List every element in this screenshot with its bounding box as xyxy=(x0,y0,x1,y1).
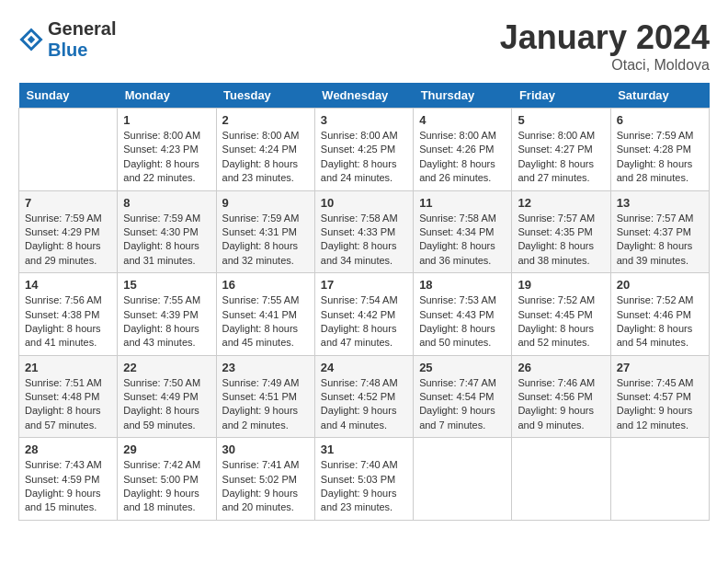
day-number: 28 xyxy=(25,442,111,456)
calendar-cell: 13Sunrise: 7:57 AM Sunset: 4:37 PM Dayli… xyxy=(610,190,709,273)
calendar-cell: 30Sunrise: 7:41 AM Sunset: 5:02 PM Dayli… xyxy=(216,438,314,521)
day-number: 15 xyxy=(123,278,210,292)
calendar-cell: 21Sunrise: 7:51 AM Sunset: 4:48 PM Dayli… xyxy=(19,355,118,438)
page-header: General Blue January 2024 Otaci, Moldova xyxy=(18,18,710,74)
calendar-cell: 22Sunrise: 7:50 AM Sunset: 4:49 PM Dayli… xyxy=(118,355,216,438)
calendar-cell: 10Sunrise: 7:58 AM Sunset: 4:33 PM Dayli… xyxy=(314,190,413,273)
cell-info: Sunrise: 7:51 AM Sunset: 4:48 PM Dayligh… xyxy=(25,376,111,433)
cell-info: Sunrise: 7:52 AM Sunset: 4:45 PM Dayligh… xyxy=(518,293,604,350)
cell-info: Sunrise: 7:58 AM Sunset: 4:34 PM Dayligh… xyxy=(419,212,506,269)
week-row-2: 14Sunrise: 7:56 AM Sunset: 4:38 PM Dayli… xyxy=(19,273,710,356)
day-number: 13 xyxy=(617,196,703,210)
day-number: 16 xyxy=(222,278,309,292)
cell-info: Sunrise: 7:57 AM Sunset: 4:37 PM Dayligh… xyxy=(617,212,703,269)
cell-info: Sunrise: 7:58 AM Sunset: 4:33 PM Dayligh… xyxy=(321,212,407,269)
day-number: 25 xyxy=(419,361,506,374)
header-wednesday: Wednesday xyxy=(314,83,413,109)
calendar-cell: 2Sunrise: 8:00 AM Sunset: 4:24 PM Daylig… xyxy=(216,109,314,191)
calendar-cell: 16Sunrise: 7:55 AM Sunset: 4:41 PM Dayli… xyxy=(216,273,314,356)
cell-info: Sunrise: 7:47 AM Sunset: 4:54 PM Dayligh… xyxy=(419,376,506,433)
logo: General Blue xyxy=(18,18,116,61)
calendar-cell: 31Sunrise: 7:40 AM Sunset: 5:03 PM Dayli… xyxy=(314,438,413,521)
calendar-cell: 19Sunrise: 7:52 AM Sunset: 4:45 PM Dayli… xyxy=(512,273,610,356)
day-number: 30 xyxy=(222,442,309,456)
cell-info: Sunrise: 7:53 AM Sunset: 4:43 PM Dayligh… xyxy=(419,293,506,350)
week-row-0: 1Sunrise: 8:00 AM Sunset: 4:23 PM Daylig… xyxy=(19,109,710,191)
cell-info: Sunrise: 7:43 AM Sunset: 4:59 PM Dayligh… xyxy=(25,458,111,515)
day-number: 19 xyxy=(518,278,604,292)
calendar-cell: 15Sunrise: 7:55 AM Sunset: 4:39 PM Dayli… xyxy=(118,273,216,356)
cell-info: Sunrise: 7:42 AM Sunset: 5:00 PM Dayligh… xyxy=(123,458,210,515)
day-number: 10 xyxy=(321,196,407,210)
cell-info: Sunrise: 8:00 AM Sunset: 4:23 PM Dayligh… xyxy=(123,129,210,186)
cell-info: Sunrise: 7:49 AM Sunset: 4:51 PM Dayligh… xyxy=(222,376,309,433)
day-number: 20 xyxy=(617,278,703,292)
day-number: 1 xyxy=(123,113,210,127)
day-number: 7 xyxy=(25,196,111,210)
cell-info: Sunrise: 7:41 AM Sunset: 5:02 PM Dayligh… xyxy=(222,458,309,515)
calendar-cell: 23Sunrise: 7:49 AM Sunset: 4:51 PM Dayli… xyxy=(216,355,314,438)
week-row-3: 21Sunrise: 7:51 AM Sunset: 4:48 PM Dayli… xyxy=(19,355,710,438)
day-number: 14 xyxy=(25,278,111,292)
calendar-cell: 20Sunrise: 7:52 AM Sunset: 4:46 PM Dayli… xyxy=(610,273,709,356)
title-block: January 2024 Otaci, Moldova xyxy=(500,18,710,74)
day-number: 23 xyxy=(222,361,309,374)
day-number: 9 xyxy=(222,196,309,210)
calendar-cell: 28Sunrise: 7:43 AM Sunset: 4:59 PM Dayli… xyxy=(19,438,118,521)
calendar-cell: 8Sunrise: 7:59 AM Sunset: 4:30 PM Daylig… xyxy=(118,190,216,273)
cell-info: Sunrise: 8:00 AM Sunset: 4:24 PM Dayligh… xyxy=(222,129,309,186)
cell-info: Sunrise: 7:59 AM Sunset: 4:30 PM Dayligh… xyxy=(123,212,210,269)
calendar-cell: 7Sunrise: 7:59 AM Sunset: 4:29 PM Daylig… xyxy=(19,190,118,273)
week-row-1: 7Sunrise: 7:59 AM Sunset: 4:29 PM Daylig… xyxy=(19,190,710,273)
day-number: 11 xyxy=(419,196,506,210)
calendar-cell: 3Sunrise: 8:00 AM Sunset: 4:25 PM Daylig… xyxy=(314,109,413,191)
location: Otaci, Moldova xyxy=(500,57,710,74)
header-saturday: Saturday xyxy=(610,83,709,109)
calendar-cell xyxy=(610,438,709,521)
cell-info: Sunrise: 7:52 AM Sunset: 4:46 PM Dayligh… xyxy=(617,293,703,350)
logo-text: General Blue xyxy=(48,18,116,61)
cell-info: Sunrise: 8:00 AM Sunset: 4:27 PM Dayligh… xyxy=(518,129,604,186)
day-number: 5 xyxy=(518,113,604,127)
cell-info: Sunrise: 7:59 AM Sunset: 4:29 PM Dayligh… xyxy=(25,212,111,269)
calendar-cell: 18Sunrise: 7:53 AM Sunset: 4:43 PM Dayli… xyxy=(414,273,512,356)
calendar-cell: 5Sunrise: 8:00 AM Sunset: 4:27 PM Daylig… xyxy=(512,109,610,191)
cell-info: Sunrise: 7:54 AM Sunset: 4:42 PM Dayligh… xyxy=(321,293,407,350)
cell-info: Sunrise: 7:40 AM Sunset: 5:03 PM Dayligh… xyxy=(321,458,407,515)
header-friday: Friday xyxy=(512,83,610,109)
cell-info: Sunrise: 7:59 AM Sunset: 4:28 PM Dayligh… xyxy=(617,129,703,186)
cell-info: Sunrise: 7:59 AM Sunset: 4:31 PM Dayligh… xyxy=(222,212,309,269)
cell-info: Sunrise: 7:55 AM Sunset: 4:39 PM Dayligh… xyxy=(123,293,210,350)
month-title: January 2024 xyxy=(500,18,710,57)
week-row-4: 28Sunrise: 7:43 AM Sunset: 4:59 PM Dayli… xyxy=(19,438,710,521)
calendar-cell: 26Sunrise: 7:46 AM Sunset: 4:56 PM Dayli… xyxy=(512,355,610,438)
day-number: 29 xyxy=(123,442,210,456)
day-number: 17 xyxy=(321,278,407,292)
day-number: 24 xyxy=(321,361,407,374)
header-monday: Monday xyxy=(118,83,216,109)
calendar-cell xyxy=(414,438,512,521)
calendar-cell xyxy=(512,438,610,521)
cell-info: Sunrise: 7:45 AM Sunset: 4:57 PM Dayligh… xyxy=(617,376,703,433)
cell-info: Sunrise: 7:55 AM Sunset: 4:41 PM Dayligh… xyxy=(222,293,309,350)
logo-icon xyxy=(18,27,44,52)
day-number: 31 xyxy=(321,442,407,456)
calendar-cell: 9Sunrise: 7:59 AM Sunset: 4:31 PM Daylig… xyxy=(216,190,314,273)
calendar-cell: 27Sunrise: 7:45 AM Sunset: 4:57 PM Dayli… xyxy=(610,355,709,438)
calendar-cell: 24Sunrise: 7:48 AM Sunset: 4:52 PM Dayli… xyxy=(314,355,413,438)
calendar-cell: 29Sunrise: 7:42 AM Sunset: 5:00 PM Dayli… xyxy=(118,438,216,521)
cell-info: Sunrise: 8:00 AM Sunset: 4:25 PM Dayligh… xyxy=(321,129,407,186)
day-number: 12 xyxy=(518,196,604,210)
day-number: 4 xyxy=(419,113,506,127)
cell-info: Sunrise: 8:00 AM Sunset: 4:26 PM Dayligh… xyxy=(419,129,506,186)
day-number: 2 xyxy=(222,113,309,127)
day-number: 22 xyxy=(123,361,210,374)
calendar-cell: 14Sunrise: 7:56 AM Sunset: 4:38 PM Dayli… xyxy=(19,273,118,356)
cell-info: Sunrise: 7:57 AM Sunset: 4:35 PM Dayligh… xyxy=(518,212,604,269)
day-number: 6 xyxy=(617,113,703,127)
calendar-cell: 12Sunrise: 7:57 AM Sunset: 4:35 PM Dayli… xyxy=(512,190,610,273)
cell-info: Sunrise: 7:50 AM Sunset: 4:49 PM Dayligh… xyxy=(123,376,210,433)
cell-info: Sunrise: 7:56 AM Sunset: 4:38 PM Dayligh… xyxy=(25,293,111,350)
day-number: 8 xyxy=(123,196,210,210)
calendar-table: SundayMondayTuesdayWednesdayThursdayFrid… xyxy=(18,83,710,521)
